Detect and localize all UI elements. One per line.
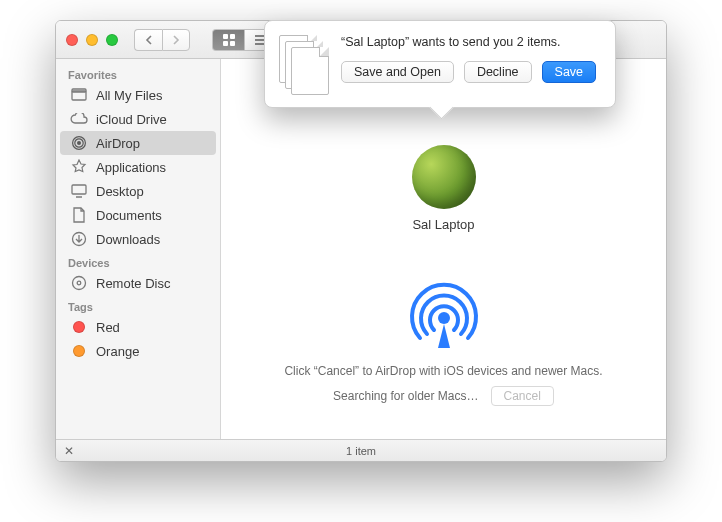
sidebar-item-label: AirDrop xyxy=(96,136,140,151)
traffic-lights xyxy=(66,34,118,46)
peer-avatar xyxy=(412,145,476,209)
sidebar-item-label: All My Files xyxy=(96,88,162,103)
airdrop-icon xyxy=(70,134,88,152)
svg-rect-5 xyxy=(72,185,86,194)
searching-row: Searching for older Macs… Cancel xyxy=(333,386,554,406)
peer-name: Sal Laptop xyxy=(412,217,476,232)
sidebar-item-label: Red xyxy=(96,320,120,335)
airdrop-peer[interactable]: Sal Laptop xyxy=(412,145,476,232)
sidebar-item-label: iCloud Drive xyxy=(96,112,167,127)
desktop-icon xyxy=(70,182,88,200)
sidebar-item-documents[interactable]: Documents xyxy=(56,203,220,227)
save-button[interactable]: Save xyxy=(542,61,597,83)
forward-button[interactable] xyxy=(162,29,190,51)
documents-icon xyxy=(70,206,88,224)
chevron-right-icon xyxy=(172,35,180,45)
chevron-left-icon xyxy=(145,35,153,45)
cancel-button[interactable]: Cancel xyxy=(491,386,554,406)
sidebar-item-tag-orange[interactable]: Orange xyxy=(56,339,220,363)
searching-text: Searching for older Macs… xyxy=(333,389,478,403)
sidebar-item-desktop[interactable]: Desktop xyxy=(56,179,220,203)
status-bar: ✕ 1 item xyxy=(56,439,666,461)
back-button[interactable] xyxy=(134,29,162,51)
icon-view-button[interactable] xyxy=(212,29,244,51)
close-window-button[interactable] xyxy=(66,34,78,46)
tag-dot-icon xyxy=(70,318,88,336)
sidebar-item-all-my-files[interactable]: All My Files xyxy=(56,83,220,107)
svg-point-10 xyxy=(438,312,450,324)
sidebar-item-tag-red[interactable]: Red xyxy=(56,315,220,339)
sidebar-heading-devices: Devices xyxy=(56,251,220,271)
sidebar-item-applications[interactable]: Applications xyxy=(56,155,220,179)
svg-point-8 xyxy=(73,277,86,290)
sidebar-item-airdrop[interactable]: AirDrop xyxy=(60,131,216,155)
sidebar-item-label: Downloads xyxy=(96,232,160,247)
popover-message: “Sal Laptop” wants to send you 2 items. xyxy=(341,35,599,49)
decline-button[interactable]: Decline xyxy=(464,61,532,83)
close-path-bar-button[interactable]: ✕ xyxy=(64,444,74,458)
airdrop-request-popover: “Sal Laptop” wants to send you 2 items. … xyxy=(264,20,616,108)
sidebar-item-label: Documents xyxy=(96,208,162,223)
all-my-files-icon xyxy=(70,86,88,104)
minimize-window-button[interactable] xyxy=(86,34,98,46)
sidebar-heading-tags: Tags xyxy=(56,295,220,315)
sidebar-item-label: Applications xyxy=(96,160,166,175)
sidebar-heading-favorites: Favorites xyxy=(56,63,220,83)
downloads-icon xyxy=(70,230,88,248)
popover-body: “Sal Laptop” wants to send you 2 items. … xyxy=(341,35,599,93)
sidebar-item-icloud-drive[interactable]: iCloud Drive xyxy=(56,107,220,131)
svg-point-2 xyxy=(77,141,81,145)
sidebar-item-label: Remote Disc xyxy=(96,276,170,291)
nav-buttons xyxy=(134,29,190,51)
tag-dot-icon xyxy=(70,342,88,360)
svg-point-9 xyxy=(77,281,81,285)
save-and-open-button[interactable]: Save and Open xyxy=(341,61,454,83)
popover-buttons: Save and Open Decline Save xyxy=(341,61,599,83)
status-bar-text: 1 item xyxy=(346,445,376,457)
sidebar-item-label: Desktop xyxy=(96,184,144,199)
sidebar-item-downloads[interactable]: Downloads xyxy=(56,227,220,251)
airdrop-hint-text: Click “Cancel” to AirDrop with iOS devic… xyxy=(284,364,602,378)
zoom-window-button[interactable] xyxy=(106,34,118,46)
remote-disc-icon xyxy=(70,274,88,292)
applications-icon xyxy=(70,158,88,176)
sidebar-item-remote-disc[interactable]: Remote Disc xyxy=(56,271,220,295)
multi-document-icon xyxy=(279,35,327,93)
window-body: Favorites All My Files iCloud Drive AirD… xyxy=(56,59,666,439)
sidebar-item-label: Orange xyxy=(96,344,139,359)
icloud-icon xyxy=(70,110,88,128)
airdrop-large-icon xyxy=(405,280,483,354)
grid-icon xyxy=(223,34,235,46)
sidebar: Favorites All My Files iCloud Drive AirD… xyxy=(56,59,221,439)
